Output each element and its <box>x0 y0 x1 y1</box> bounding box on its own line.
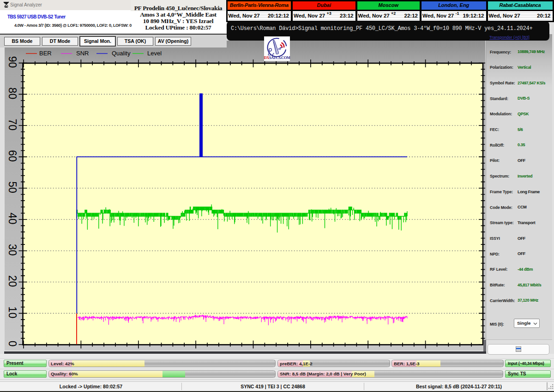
svg-text:30: 30 <box>6 244 18 256</box>
svg-text:DXSATCS.COM: DXSATCS.COM <box>264 55 290 60</box>
svg-text:90: 90 <box>6 56 18 68</box>
svg-text:10: 10 <box>6 307 18 319</box>
svg-text:50: 50 <box>6 181 18 193</box>
svg-text:0: 0 <box>6 341 18 347</box>
svg-text:20: 20 <box>6 275 18 287</box>
svg-text:80: 80 <box>6 88 18 100</box>
svg-text:40: 40 <box>6 213 18 225</box>
svg-text:70: 70 <box>6 119 18 131</box>
svg-text:60: 60 <box>6 150 18 162</box>
